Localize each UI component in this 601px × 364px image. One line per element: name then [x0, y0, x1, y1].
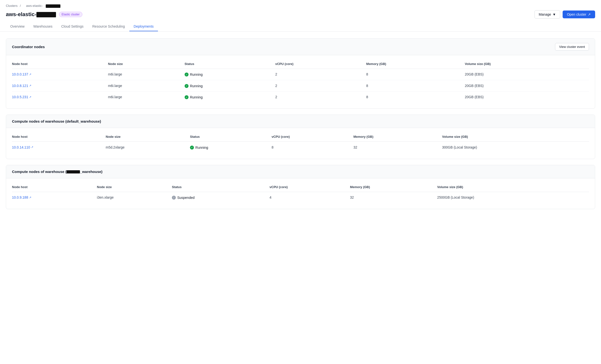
memory-cell: 8 [366, 80, 465, 92]
node-host-link[interactable]: 10.0.0.137 ↗ [12, 72, 31, 76]
coordinator-nodes-table: Node host Node size Status vCPU (core) M… [12, 60, 589, 103]
compute-nodes-section-2: Compute nodes of warehouse (_warehouse) … [6, 165, 595, 209]
node-host-link[interactable]: 10.0.8.121 ↗ [12, 84, 31, 88]
status-cell: ✓ Running [190, 142, 272, 153]
col-node-host: Node host [12, 133, 106, 142]
col-memory: Memory (GB) [353, 133, 442, 142]
tab-warehouses[interactable]: Warehouses [29, 22, 57, 31]
coordinator-nodes-section: Coordinator nodes View cluster event Nod… [6, 38, 595, 109]
col-node-host: Node host [12, 60, 108, 69]
external-link-icon: ↗ [29, 96, 31, 99]
running-icon: ✓ [190, 146, 194, 150]
col-vcpu: vCPU (core) [275, 60, 366, 69]
tab-cloud-settings[interactable]: Cloud Settings [57, 22, 88, 31]
memory-cell: 32 [353, 142, 442, 153]
table-row: 10.0.5.231 ↗ m6i.large ✓ Running 2 8 20G… [12, 91, 589, 103]
vcpu-cell: 4 [269, 192, 350, 203]
col-memory: Memory (GB) [350, 183, 437, 192]
breadcrumb-cluster-name: aws-elastic- [25, 4, 62, 8]
external-link-icon: ↗ [29, 84, 31, 87]
status-running: ✓ Running [185, 95, 203, 99]
status-cell: ✓ Running [185, 91, 275, 103]
external-link-icon: ↗ [588, 12, 591, 16]
cluster-name: aws-elastic- [6, 11, 56, 18]
coordinator-nodes-table-wrapper: Node host Node size Status vCPU (core) M… [6, 60, 595, 109]
open-cluster-button[interactable]: Open cluster ↗ [563, 11, 595, 18]
col-volume: Volume size (GB) [442, 133, 589, 142]
running-icon: ✓ [185, 84, 189, 88]
breadcrumb: Clusters / aws-elastic- [6, 4, 595, 8]
coordinator-table-header-row: Node host Node size Status vCPU (core) M… [12, 60, 589, 69]
col-status: Status [185, 60, 275, 69]
table-row: 10.0.9.188 ↗ i3en.xlarge ! Suspended 4 3… [12, 192, 589, 203]
volume-cell: 20GB (EBS) [465, 91, 589, 103]
compute-nodes-1-table: Node host Node size Status vCPU (core) M… [12, 133, 589, 153]
elastic-cluster-badge: Elastic cluster [59, 12, 82, 17]
tab-deployments[interactable]: Deployments [129, 22, 158, 31]
col-vcpu: vCPU (core) [272, 133, 354, 142]
external-link-icon: ↗ [29, 73, 31, 76]
node-host-link[interactable]: 10.0.9.188 ↗ [12, 195, 31, 199]
node-host-link[interactable]: 10.0.5.231 ↗ [12, 95, 31, 99]
volume-cell: 20GB (EBS) [465, 80, 589, 92]
tab-overview[interactable]: Overview [6, 22, 29, 31]
node-host-cell: 10.0.8.121 ↗ [12, 80, 108, 92]
table-row: 10.0.0.137 ↗ m6i.large ✓ Running 2 8 20G… [12, 69, 589, 80]
col-memory: Memory (GB) [366, 60, 465, 69]
memory-cell: 32 [350, 192, 437, 203]
table-row: 10.0.8.121 ↗ m6i.large ✓ Running 2 8 20G… [12, 80, 589, 92]
col-node-size: Node size [108, 60, 185, 69]
manage-label: Manage [539, 12, 551, 16]
compute-nodes-2-table-wrapper: Node host Node size Status vCPU (core) M… [6, 183, 595, 209]
compute-nodes-2-table: Node host Node size Status vCPU (core) M… [12, 183, 589, 203]
suspended-icon: ! [172, 196, 176, 200]
breadcrumb-clusters[interactable]: Clusters [6, 4, 18, 8]
vcpu-cell: 2 [275, 80, 366, 92]
status-cell: ! Suspended [172, 192, 269, 203]
node-host-cell: 10.0.5.231 ↗ [12, 91, 108, 103]
node-size-cell: m6i.large [108, 69, 185, 80]
compute-nodes-2-header: Compute nodes of warehouse (_warehouse) [6, 165, 595, 178]
compute-nodes-section-1: Compute nodes of warehouse (default_ware… [6, 115, 595, 159]
status-running: ✓ Running [185, 73, 203, 76]
col-vcpu: vCPU (core) [269, 183, 350, 192]
node-host-cell: 10.0.14.110 ↗ [12, 142, 106, 153]
vcpu-cell: 2 [275, 69, 366, 80]
node-size-cell: m6i.large [108, 91, 185, 103]
coordinator-nodes-header: Coordinator nodes View cluster event [6, 39, 595, 55]
col-status: Status [190, 133, 272, 142]
compute-nodes-1-title: Compute nodes of warehouse (default_ware… [12, 119, 101, 123]
main-content: Coordinator nodes View cluster event Nod… [0, 32, 601, 216]
external-link-icon: ↗ [29, 196, 31, 199]
vcpu-cell: 2 [275, 91, 366, 103]
col-node-size: Node size [106, 133, 190, 142]
volume-cell: 2500GB (Local Storage) [437, 192, 589, 203]
breadcrumb-separator: / [20, 4, 21, 8]
compute-2-header-row: Node host Node size Status vCPU (core) M… [12, 183, 589, 192]
node-host-cell: 10.0.0.137 ↗ [12, 69, 108, 80]
open-cluster-label: Open cluster [567, 12, 586, 16]
col-status: Status [172, 183, 269, 192]
compute-nodes-2-title: Compute nodes of warehouse (_warehouse) [12, 170, 102, 174]
status-suspended: ! Suspended [172, 196, 195, 200]
node-size-cell: i3en.xlarge [97, 192, 172, 203]
table-row: 10.0.14.110 ↗ m5d.2xlarge ✓ Running 8 32… [12, 142, 589, 153]
col-volume: Volume size (GB) [465, 60, 589, 69]
col-node-host: Node host [12, 183, 97, 192]
external-link-icon: ↗ [31, 146, 33, 149]
status-running: ✓ Running [185, 84, 203, 88]
running-icon: ✓ [185, 73, 189, 76]
cluster-title-row: aws-elastic- Elastic cluster Manage ▼ Op… [6, 10, 595, 19]
view-cluster-event-button[interactable]: View cluster event [555, 43, 589, 51]
nav-tabs: Overview Warehouses Cloud Settings Resou… [6, 22, 595, 31]
tab-resource-scheduling[interactable]: Resource Scheduling [88, 22, 129, 31]
col-node-size: Node size [97, 183, 172, 192]
volume-cell: 300GB (Local Storage) [442, 142, 589, 153]
manage-button[interactable]: Manage ▼ [534, 10, 560, 19]
node-host-cell: 10.0.9.188 ↗ [12, 192, 97, 203]
memory-cell: 8 [366, 69, 465, 80]
node-size-cell: m6i.large [108, 80, 185, 92]
cluster-title-left: aws-elastic- Elastic cluster [6, 11, 82, 18]
node-host-link[interactable]: 10.0.14.110 ↗ [12, 145, 33, 149]
coordinator-nodes-title: Coordinator nodes [12, 45, 45, 49]
